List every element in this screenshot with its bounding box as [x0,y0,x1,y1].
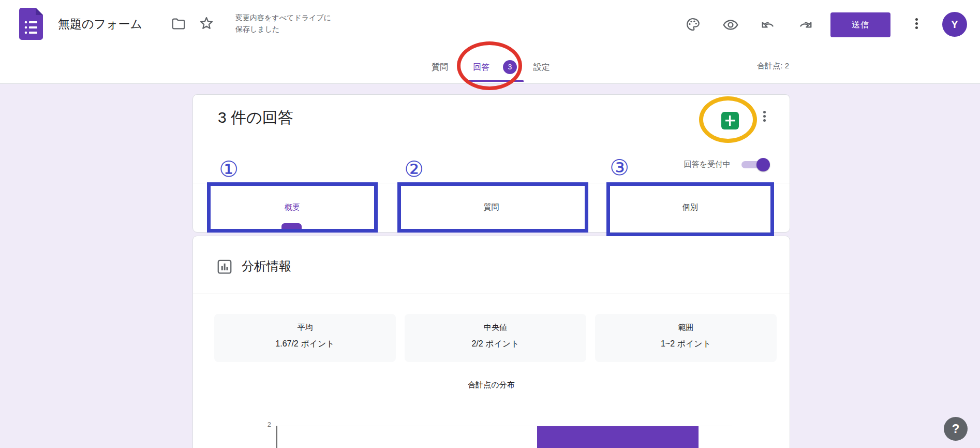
stat-label: 平均 [214,323,396,333]
save-status-line1: 変更内容をすべてドライブに [235,12,331,23]
stats-row: 平均 1.67/2 ポイント 中央値 2/2 ポイント 範囲 1~2 ポイント [214,314,777,362]
insights-card: 分析情報 平均 1.67/2 ポイント 中央値 2/2 ポイント 範囲 1~2 … [192,236,790,448]
star-icon[interactable] [198,15,215,32]
responses-heading: 3 件の回答 [218,107,293,128]
move-folder-icon[interactable] [171,16,186,32]
chart-y-axis [276,426,277,448]
theme-palette-icon[interactable] [685,17,701,32]
annotation-number-3: ③ [607,155,632,180]
account-avatar[interactable]: Y [942,12,967,37]
stat-label: 中央値 [405,323,586,333]
responses-card: 3 件の回答 回答を受付中 概要 質問 個別 [192,94,790,233]
save-status-line2: 保存しました [235,23,331,35]
preview-eye-icon[interactable] [722,17,739,33]
form-title[interactable]: 無題のフォーム [58,13,142,34]
tab-settings[interactable]: 設定 [524,58,560,77]
send-button[interactable]: 送信 [830,12,890,37]
insights-divider [193,294,790,294]
chart-title: 合計点の分布 [193,380,790,390]
google-forms-responses-page: 無題のフォーム 変更内容をすべてドライブに 保存しました 送信 Y 質問 回答 … [0,0,980,448]
undo-icon[interactable] [761,17,776,33]
tab-questions[interactable]: 質問 [420,58,459,77]
subtab-question[interactable]: 質問 [392,183,590,233]
active-tab-underline [465,80,524,82]
stat-value: 2/2 ポイント [405,339,586,350]
tab-responses[interactable]: 回答 [465,58,498,77]
annotation-number-2: ② [402,157,426,182]
save-status: 変更内容をすべてドライブに 保存しました [235,12,331,35]
subtab-individual[interactable]: 個別 [591,183,790,233]
chart-y-tick: 2 [258,421,271,428]
redo-icon[interactable] [797,17,813,33]
responses-count-badge: 3 [503,60,517,74]
view-in-sheets-icon[interactable] [721,112,739,129]
stat-average: 平均 1.67/2 ポイント [214,314,396,362]
accepting-responses-toggle[interactable] [741,161,768,168]
total-points: 合計点: 2 [709,61,789,71]
stat-median: 中央値 2/2 ポイント [405,314,586,362]
help-button[interactable]: ? [944,417,968,441]
accepting-responses-label: 回答を受付中 [684,160,731,169]
insights-chart-icon [217,259,232,274]
app-header: 無題のフォーム 変更内容をすべてドライブに 保存しました 送信 Y 質問 回答 … [0,0,980,84]
google-forms-logo-icon[interactable] [19,8,43,40]
annotation-number-1: ① [216,157,241,182]
stat-range: 範囲 1~2 ポイント [595,314,777,362]
responses-more-options-icon[interactable] [758,109,771,127]
chart-bar-score-2 [537,426,699,448]
stat-label: 範囲 [595,323,777,333]
stat-value: 1~2 ポイント [595,339,777,350]
toggle-knob [756,158,770,171]
insights-title: 分析情報 [242,258,291,274]
stat-value: 1.67/2 ポイント [214,339,396,350]
active-subtab-indicator [281,223,302,229]
more-options-icon[interactable] [910,17,923,34]
